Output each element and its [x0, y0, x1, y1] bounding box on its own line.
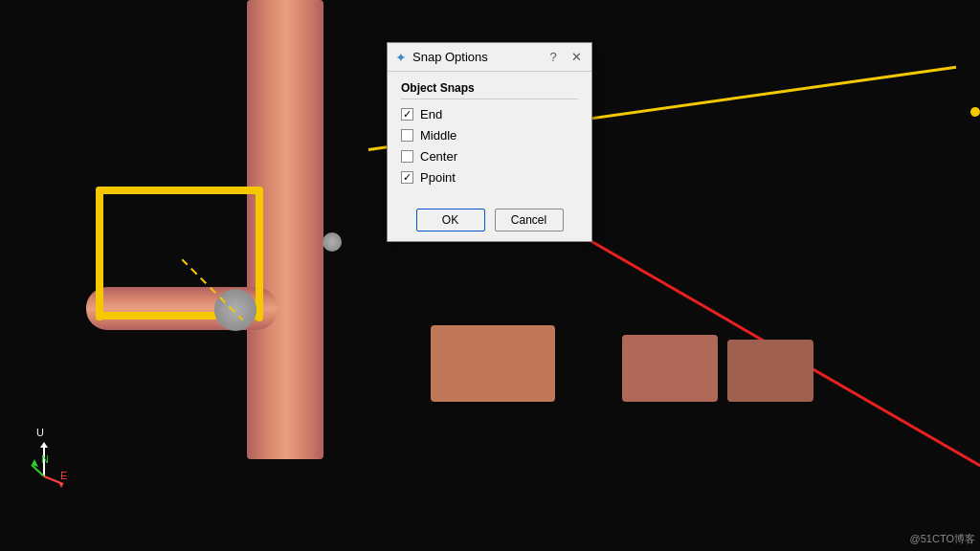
dialog-help-button[interactable]: ? — [546, 51, 561, 63]
cancel-button[interactable]: Cancel — [495, 209, 564, 231]
snap-options-dialog[interactable]: ✦ Snap Options ? ✕ Object Snaps End Midd… — [387, 42, 592, 242]
dialog-title-controls: ? ✕ — [546, 51, 584, 63]
label-end: End — [420, 107, 442, 121]
gray-disc-small — [323, 232, 342, 252]
yellow-vertical-bar-right — [256, 187, 263, 321]
equipment-right-2 — [727, 340, 813, 402]
yellow-endpoint-dot — [970, 107, 980, 117]
watermark-text: @51CTO博客 — [910, 532, 975, 546]
section-label-object-snaps: Object Snaps — [401, 81, 578, 99]
checkbox-ppoint[interactable] — [401, 171, 413, 184]
label-middle: Middle — [420, 128, 457, 143]
ok-button[interactable]: OK — [416, 209, 485, 231]
dialog-app-icon: ✦ — [395, 50, 407, 65]
gray-disc-large — [214, 289, 256, 331]
dialog-footer: OK Cancel — [388, 205, 591, 241]
checkbox-middle[interactable] — [401, 129, 413, 142]
snap-option-end: End — [401, 107, 578, 121]
axis-compass: U N E — [27, 427, 84, 494]
axis-e-label: E — [60, 470, 67, 481]
dialog-body: Object Snaps End Middle Center Ppoint — [388, 72, 591, 205]
checkbox-end[interactable] — [401, 108, 413, 121]
dialog-title-text: Snap Options — [412, 50, 488, 64]
axis-u-label: U — [36, 427, 44, 438]
axis-n-label: N — [41, 453, 49, 465]
snap-option-middle: Middle — [401, 128, 578, 143]
label-ppoint: Ppoint — [420, 170, 456, 185]
svg-marker-1 — [40, 442, 48, 448]
snap-option-ppoint: Ppoint — [401, 170, 578, 185]
label-center: Center — [420, 149, 457, 164]
dialog-titlebar: ✦ Snap Options ? ✕ — [388, 43, 591, 72]
equipment-middle — [431, 325, 555, 402]
dialog-close-button[interactable]: ✕ — [568, 51, 584, 63]
axis-svg — [27, 438, 79, 491]
equipment-right-1 — [622, 335, 718, 402]
snap-option-center: Center — [401, 149, 578, 164]
dialog-title-left: ✦ Snap Options — [395, 50, 488, 65]
checkbox-center[interactable] — [401, 150, 413, 163]
